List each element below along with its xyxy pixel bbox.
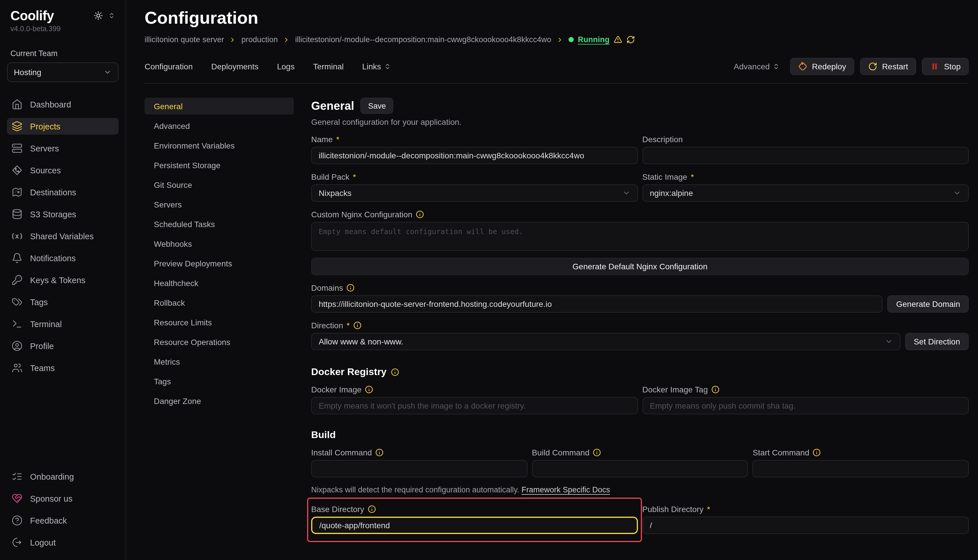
tab-deployments[interactable]: Deployments <box>211 62 259 71</box>
team-select[interactable]: Hosting <box>7 62 119 82</box>
sidebar-item-sources[interactable]: Sources <box>7 162 119 178</box>
redeploy-icon <box>798 62 807 71</box>
breadcrumb-item[interactable]: illicitestonion/-module--decomposition:m… <box>295 35 551 44</box>
config-nav-item-metrics[interactable]: Metrics <box>145 353 294 370</box>
tab-terminal[interactable]: Terminal <box>313 62 344 71</box>
sidebar-item-label: Notifications <box>30 253 76 263</box>
sidebar-item-teams[interactable]: Teams <box>7 360 119 376</box>
theme-selector-chevrons-icon[interactable] <box>108 12 115 19</box>
info-icon[interactable] <box>391 368 400 376</box>
start-command-input[interactable] <box>753 460 969 477</box>
info-icon[interactable] <box>368 505 376 513</box>
warning-icon[interactable] <box>614 35 622 44</box>
info-icon[interactable] <box>416 210 424 218</box>
save-button[interactable]: Save <box>361 98 394 114</box>
sidebar-item-destinations[interactable]: Destinations <box>7 184 119 200</box>
custom-nginx-textarea[interactable] <box>311 222 969 251</box>
sidebar-item-label: Onboarding <box>30 472 74 481</box>
publish-directory-input[interactable] <box>642 517 969 534</box>
generate-domain-button[interactable]: Generate Domain <box>888 295 969 313</box>
sidebar-item-label: Terminal <box>30 319 62 328</box>
sidebar-item-keys-tokens[interactable]: Keys & Tokens <box>7 272 119 288</box>
bell-icon <box>12 253 23 263</box>
config-nav-item-advanced[interactable]: Advanced <box>145 117 294 134</box>
app-logo: Coolify <box>10 8 54 24</box>
info-icon[interactable] <box>353 321 361 329</box>
direction-select[interactable]: Allow www & non-www. <box>311 333 901 350</box>
sidebar-item-s3-storages[interactable]: S3 Storages <box>7 206 119 222</box>
status-running-link[interactable]: Running <box>578 35 609 44</box>
config-nav-item-servers[interactable]: Servers <box>145 196 294 213</box>
breadcrumb-item[interactable]: illicitonion quote server <box>145 35 224 44</box>
restart-button[interactable]: Restart <box>860 58 916 75</box>
restart-icon <box>868 62 878 71</box>
theme-sun-icon[interactable] <box>94 11 103 20</box>
home-icon <box>12 99 23 110</box>
sidebar-item-projects[interactable]: Projects <box>7 118 119 135</box>
config-nav-item-rollback[interactable]: Rollback <box>145 294 294 311</box>
tab-configuration[interactable]: Configuration <box>145 62 193 71</box>
chevron-right-icon <box>283 36 290 43</box>
config-nav-item-environment-variables[interactable]: Environment Variables <box>145 137 294 154</box>
info-icon[interactable] <box>347 284 355 292</box>
static-image-select[interactable]: nginx:alpine <box>642 184 969 202</box>
sidebar-item-tags[interactable]: Tags <box>7 293 119 310</box>
sidebar-item-sponsor-us[interactable]: Sponsor us <box>7 490 119 507</box>
config-nav-item-resource-operations[interactable]: Resource Operations <box>145 333 294 350</box>
config-nav-item-healthcheck[interactable]: Healthcheck <box>145 275 294 291</box>
tab-links[interactable]: Links <box>362 62 391 71</box>
config-nav-item-scheduled-tasks[interactable]: Scheduled Tasks <box>145 215 294 232</box>
config-nav-item-persistent-storage[interactable]: Persistent Storage <box>145 157 294 173</box>
breadcrumb-item[interactable]: production <box>241 35 278 44</box>
redeploy-button[interactable]: Redeploy <box>790 58 854 75</box>
sidebar-item-label: Projects <box>30 122 60 131</box>
sidebar-item-servers[interactable]: Servers <box>7 140 119 157</box>
description-input[interactable] <box>642 147 969 164</box>
docker-image-input[interactable] <box>311 397 638 414</box>
sidebar-item-logout[interactable]: Logout <box>7 534 119 551</box>
install-command-input[interactable] <box>311 460 527 477</box>
config-nav-item-danger-zone[interactable]: Danger Zone <box>145 392 294 409</box>
build-pack-label: Build Pack* <box>311 172 638 182</box>
config-nav-item-preview-deployments[interactable]: Preview Deployments <box>145 255 294 272</box>
config-nav-item-git-source[interactable]: Git Source <box>145 176 294 193</box>
nixpacks-note: Nixpacks will detect the required config… <box>311 485 969 494</box>
sidebar-item-shared-variables[interactable]: (x)Shared Variables <box>7 228 119 245</box>
sidebar-item-onboarding[interactable]: Onboarding <box>7 468 119 485</box>
sidebar-item-profile[interactable]: Profile <box>7 338 119 354</box>
git-source-icon <box>12 165 23 176</box>
sidebar-item-notifications[interactable]: Notifications <box>7 250 119 267</box>
map-icon <box>12 187 23 198</box>
domains-input[interactable] <box>311 295 883 313</box>
sidebar-item-feedback[interactable]: Feedback <box>7 512 119 529</box>
generate-nginx-button[interactable]: Generate Default Nginx Configuration <box>311 258 969 275</box>
tab-logs[interactable]: Logs <box>277 62 295 71</box>
info-icon[interactable] <box>593 448 601 457</box>
info-icon[interactable] <box>375 448 383 457</box>
name-input[interactable] <box>311 147 638 164</box>
config-nav-item-webhooks[interactable]: Webhooks <box>145 235 294 252</box>
set-direction-button[interactable]: Set Direction <box>905 333 969 350</box>
info-icon[interactable] <box>711 385 719 393</box>
sidebar-item-terminal[interactable]: Terminal <box>7 315 119 332</box>
tabs: ConfigurationDeploymentsLogsTerminalLink… <box>145 62 391 71</box>
info-icon[interactable] <box>813 448 821 457</box>
info-icon[interactable] <box>365 385 373 393</box>
stop-button[interactable]: Stop <box>922 58 969 75</box>
checklist-icon <box>12 471 23 482</box>
sidebar-item-dashboard[interactable]: Dashboard <box>7 96 119 113</box>
build-command-input[interactable] <box>532 460 748 477</box>
refresh-status-icon[interactable] <box>626 35 635 44</box>
sidebar-item-label: Feedback <box>30 516 67 525</box>
docker-image-tag-input[interactable] <box>642 397 969 414</box>
config-nav-item-tags[interactable]: Tags <box>145 373 294 390</box>
framework-docs-link[interactable]: Framework Specific Docs <box>522 485 610 494</box>
base-directory-input[interactable] <box>311 517 638 534</box>
config-nav-item-resource-limits[interactable]: Resource Limits <box>145 314 294 330</box>
config-nav-item-general[interactable]: General <box>145 98 294 115</box>
build-command-label: Build Command <box>532 448 748 457</box>
advanced-dropdown[interactable]: Advanced <box>734 62 780 71</box>
server-icon <box>12 143 23 154</box>
build-pack-select[interactable]: Nixpacks <box>311 184 638 202</box>
sidebar-item-label: Tags <box>30 297 48 307</box>
